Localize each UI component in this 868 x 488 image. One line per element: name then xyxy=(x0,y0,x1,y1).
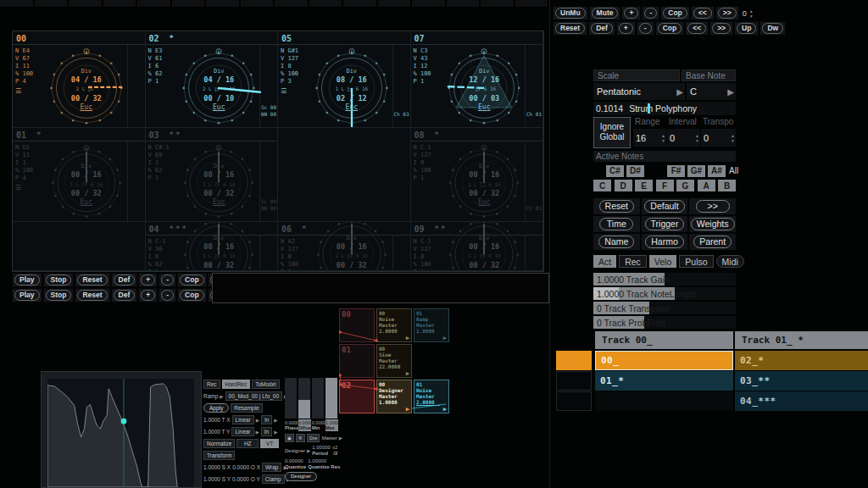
trackbar1-fwd-button[interactable]: >> xyxy=(718,8,737,19)
rec-button[interactable]: Rec xyxy=(203,380,220,389)
default-button[interactable]: Default xyxy=(644,200,684,213)
mini-tab-15[interactable] xyxy=(515,0,550,8)
key-a[interactable]: A xyxy=(698,180,715,191)
normalize-button[interactable]: Normalize xyxy=(203,439,235,448)
hz-button[interactable]: HZ xyxy=(236,439,259,448)
div2-button[interactable]: /2 xyxy=(332,451,337,457)
track-column-header-0[interactable]: Track 00_ xyxy=(595,331,733,349)
toggle-midi[interactable]: Midi xyxy=(716,255,744,268)
seq-cell-01[interactable]: 01*N G5V 11I 1% 100P 4☰Div00 / 161 L▷6 1… xyxy=(13,128,146,222)
mini-tab-3[interactable] xyxy=(103,0,138,8)
mini-tab-0[interactable] xyxy=(0,0,35,8)
designer-arrow-icon[interactable]: ▶ xyxy=(307,448,310,453)
transport2-play-button[interactable]: Play xyxy=(14,290,40,301)
key-d[interactable]: D xyxy=(615,180,632,191)
transport2-cop-button[interactable]: Cop xyxy=(180,290,204,301)
all-notes-label[interactable]: All xyxy=(729,166,738,175)
euclid-circle[interactable]: Div00 / 161 L▷6 1600 / 32Euc xyxy=(179,236,260,270)
designer-bar-phase[interactable] xyxy=(285,378,297,419)
pattern-cell-02_*[interactable]: 02_* xyxy=(735,351,868,370)
transport1-cop-button[interactable]: Cop xyxy=(180,274,204,286)
key-c[interactable]: C xyxy=(593,180,611,191)
trackbar2-fwd-button[interactable]: >> xyxy=(712,23,731,34)
retrigger-button[interactable]: R xyxy=(296,434,305,442)
mini-tab-14[interactable] xyxy=(481,0,515,8)
scale-select[interactable]: Pentatonic ▶ xyxy=(593,83,685,100)
pattern-cell-04_***[interactable]: 04_*** xyxy=(735,391,868,411)
mod-source-select[interactable]: 00_Mod_00 | Lfo_00 xyxy=(225,391,283,401)
mini-tab-13[interactable] xyxy=(447,0,481,8)
node-box-00-sine-master-22-0000[interactable]: 00SineMaster22.0000▶ xyxy=(376,344,412,378)
key-b[interactable]: B xyxy=(718,180,736,191)
transport1-play-button[interactable]: Play xyxy=(14,274,40,286)
key-f[interactable]: F xyxy=(656,180,674,191)
range-spinner[interactable]: ▲▼ xyxy=(661,133,665,143)
euclid-circle[interactable]: Div04 / 162 L▷00 / 32Euc xyxy=(46,45,127,127)
trackbar2-dw-button[interactable]: Dw xyxy=(762,23,783,34)
weights-button[interactable]: Weights xyxy=(691,218,735,230)
seq-cell-09[interactable]: 09**N C-1V 127I 0% 100P 1Div00 / 161 L▷6… xyxy=(411,222,544,271)
trackbar2-back-button[interactable]: << xyxy=(687,23,706,34)
curve-x-arrow-icon[interactable]: ▶ xyxy=(256,418,259,423)
node-play-icon[interactable]: ▶ xyxy=(406,370,409,377)
trackbar2-reset-button[interactable]: Reset xyxy=(555,23,585,34)
name-button[interactable]: Name xyxy=(598,236,634,248)
trackbar1-spinner[interactable]: ▲▼ xyxy=(749,6,754,20)
ease-x-select[interactable]: In xyxy=(261,415,272,424)
track-column-header-1[interactable]: Track 01_ * xyxy=(735,331,868,349)
node-box-00-noise-master-2-0000[interactable]: 00NoiseMaster2.0000▶ xyxy=(376,308,412,342)
mini-tab-9[interactable] xyxy=(309,0,344,8)
key-g[interactable]: G xyxy=(676,180,694,191)
waveform-display[interactable] xyxy=(47,379,194,487)
slider-0-track-probfreq[interactable]: 0 Track ProbFreq xyxy=(593,316,736,329)
toggle-pulso[interactable]: Pulso xyxy=(679,255,713,268)
tension-x-value[interactable]: 1.0000 T X xyxy=(203,417,231,423)
master-select[interactable]: Master xyxy=(321,435,337,441)
key-f-sharp[interactable]: F# xyxy=(667,165,685,177)
node-box-01-noise-master-2-0000[interactable]: 01NoiseMaster2.0000▶ xyxy=(414,380,449,413)
euclid-circle[interactable]: Div00 / 161 L▷6 1600 / 32Euc xyxy=(311,236,392,270)
pattern-swatch-0[interactable] xyxy=(556,351,592,370)
period-mult-buttons[interactable]: x2 /2 xyxy=(332,445,337,456)
seq-cell-08[interactable]: 08*N C-1V 127I 0% 100P 1Div00 / 161 L□6 … xyxy=(411,128,544,222)
trackbar1-minus-button[interactable]: - xyxy=(644,8,657,19)
parent-button[interactable]: Parent xyxy=(693,236,732,248)
transport2-minus-button[interactable]: - xyxy=(161,290,174,301)
mini-tab-6[interactable] xyxy=(206,0,241,8)
node-box-02[interactable]: 02 xyxy=(339,380,375,413)
transport1-def-button[interactable]: Def xyxy=(114,274,136,286)
trackbar2-minus-button[interactable]: - xyxy=(639,23,652,34)
vt-button[interactable]: VT xyxy=(260,439,279,448)
strum-polyphony-slider[interactable]: 0.1014 Strum Polyphony xyxy=(593,102,736,115)
tomodel-button[interactable]: ToModel xyxy=(252,380,280,389)
seq-cell-04[interactable]: 04***N C-1V 36I 0% 62P 1Div00 / 161 L▷6 … xyxy=(146,222,279,271)
scale-dropdown-icon[interactable]: ▶ xyxy=(676,87,683,97)
mini-tab-11[interactable] xyxy=(378,0,413,8)
designer-select[interactable]: Designer xyxy=(285,448,305,453)
ease-x-arrow-icon[interactable]: ▶ xyxy=(274,418,277,423)
mini-tab-1[interactable] xyxy=(35,0,70,8)
key-a-sharp[interactable]: A# xyxy=(708,165,726,177)
offset-x-value[interactable]: 0.0000 O X xyxy=(232,464,260,470)
curve-y-arrow-icon[interactable]: ▶ xyxy=(256,430,259,435)
fwd-button[interactable]: >> xyxy=(696,200,730,213)
period-value[interactable]: 1.00000 xyxy=(312,445,331,451)
node-box-01-ramp-master-1-0000[interactable]: 01RampMaster1.0000▶ xyxy=(414,308,449,342)
mini-tab-12[interactable] xyxy=(412,0,447,8)
mini-tab-10[interactable] xyxy=(343,0,378,8)
range-field[interactable]: 16 ▲▼ xyxy=(633,129,666,147)
base-note-select[interactable]: C ▶ xyxy=(687,83,736,100)
euclid-circle[interactable]: Div08 / 161 L▷6 1602 / 12Euc xyxy=(311,45,392,127)
ease-y-arrow-icon[interactable]: ▶ xyxy=(274,430,277,435)
designer-bar-min[interactable] xyxy=(312,378,324,419)
menu-icon[interactable]: ☰ xyxy=(15,185,46,191)
transport2-reset-button[interactable]: Reset xyxy=(77,290,107,301)
slider-0-track-transpose[interactable]: 0 Track Transpose xyxy=(593,302,736,314)
seq-cell-05[interactable]: 05N G#1V 127I 8% 100P 3☰Div08 / 161 L▷6 … xyxy=(278,31,411,128)
designer-bar-max[interactable] xyxy=(326,378,337,419)
seq-cell-06[interactable]: 06*N A2V 127I 0% 100P 3Div00 / 161 L▷6 1… xyxy=(278,222,411,271)
loop-mode-button[interactable]: ▣ xyxy=(285,434,294,442)
mini-tab-4[interactable] xyxy=(137,0,172,8)
node-play-icon[interactable]: ▶ xyxy=(406,335,409,341)
designer-button[interactable]: Designer xyxy=(285,472,317,481)
